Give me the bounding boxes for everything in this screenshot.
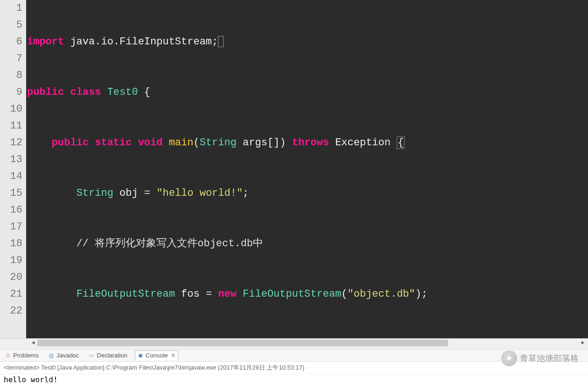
line-number: 17: [2, 219, 22, 235]
console-header: <terminated> Test0 [Java Application] C:…: [0, 362, 588, 374]
code-line[interactable]: public static void main(String args[]) t…: [27, 135, 588, 151]
line-number: 5: [2, 17, 22, 34]
line-number: 9: [2, 84, 22, 101]
line-number: 14: [2, 168, 22, 185]
tab-label: Declaration: [97, 352, 127, 359]
line-number: 7: [2, 50, 22, 67]
code-line[interactable]: import java.io.FileInputStream;: [27, 34, 588, 50]
scroll-right-icon[interactable]: ►: [580, 340, 586, 346]
code-line[interactable]: public class Test0 {: [27, 84, 588, 101]
line-number: 21: [2, 286, 22, 303]
scroll-left-icon[interactable]: ◄: [30, 340, 36, 346]
console-output[interactable]: hello world!: [0, 374, 588, 385]
line-number: 1: [2, 0, 22, 17]
bottom-tabs: ⚠ Problems @ Javadoc ▭ Declaration ▣ Con…: [0, 349, 588, 362]
line-number: 10: [2, 101, 22, 118]
line-number: 22: [2, 303, 22, 320]
line-number: 13: [2, 151, 22, 168]
line-number: 20: [2, 269, 22, 286]
tab-problems[interactable]: ⚠ Problems: [3, 351, 41, 360]
line-number: 8: [2, 67, 22, 84]
tab-label: Console: [146, 352, 168, 359]
code-editor[interactable]: 1 5 6 7 8 9 10 11 12 13 14 15 16 17 18 1…: [0, 0, 588, 338]
line-gutter: 1 5 6 7 8 9 10 11 12 13 14 15 16 17 18 1…: [0, 0, 26, 338]
declaration-icon: ▭: [88, 352, 95, 359]
line-number: 6: [2, 34, 22, 50]
scrollbar-thumb[interactable]: [37, 340, 448, 346]
line-number: 11: [2, 118, 22, 135]
code-line[interactable]: FileOutputStream fos = new FileOutputStr…: [27, 286, 588, 303]
line-number: 16: [2, 202, 22, 219]
line-number: 19: [2, 252, 22, 269]
line-number: 12: [2, 135, 22, 151]
code-line[interactable]: // 将序列化对象写入文件object.db中: [27, 235, 588, 252]
close-icon[interactable]: ✕: [170, 352, 176, 359]
tab-declaration[interactable]: ▭ Declaration: [86, 351, 129, 360]
code-area[interactable]: import java.io.FileInputStream; public c…: [26, 0, 588, 338]
tab-javadoc[interactable]: @ Javadoc: [46, 351, 81, 360]
line-number: 15: [2, 185, 22, 202]
line-number: 18: [2, 235, 22, 252]
console-icon: ▣: [137, 352, 144, 359]
code-line[interactable]: String obj = "hello world!";: [27, 185, 588, 202]
tab-label: Javadoc: [56, 352, 79, 359]
cursor-icon: [218, 36, 224, 47]
tab-console[interactable]: ▣ Console ✕: [135, 350, 178, 360]
javadoc-icon: @: [48, 352, 55, 359]
horizontal-scrollbar[interactable]: ◄ ►: [0, 338, 588, 347]
problems-icon: ⚠: [5, 352, 11, 359]
tab-label: Problems: [13, 352, 39, 359]
